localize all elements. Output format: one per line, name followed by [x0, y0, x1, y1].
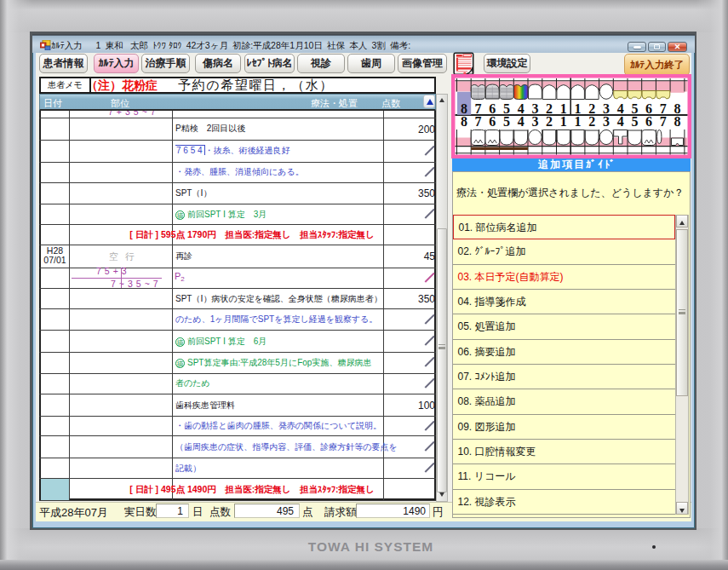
- svg-text:8: 8: [674, 114, 681, 129]
- svg-text:6: 6: [645, 114, 652, 129]
- svg-text:6: 6: [489, 114, 496, 129]
- svg-text:4: 4: [518, 114, 525, 129]
- svg-text:2: 2: [546, 114, 553, 129]
- svg-text:3: 3: [531, 114, 538, 129]
- svg-text:5: 5: [503, 114, 510, 129]
- svg-text:4: 4: [617, 114, 624, 129]
- svg-text:7: 7: [660, 114, 667, 129]
- svg-text:1: 1: [575, 114, 582, 129]
- svg-text:7: 7: [475, 114, 482, 129]
- svg-text:3: 3: [603, 114, 610, 129]
- svg-text:2: 2: [588, 114, 595, 129]
- svg-text:8: 8: [461, 114, 467, 129]
- svg-text:1: 1: [560, 114, 567, 129]
- svg-text:5: 5: [631, 114, 638, 129]
